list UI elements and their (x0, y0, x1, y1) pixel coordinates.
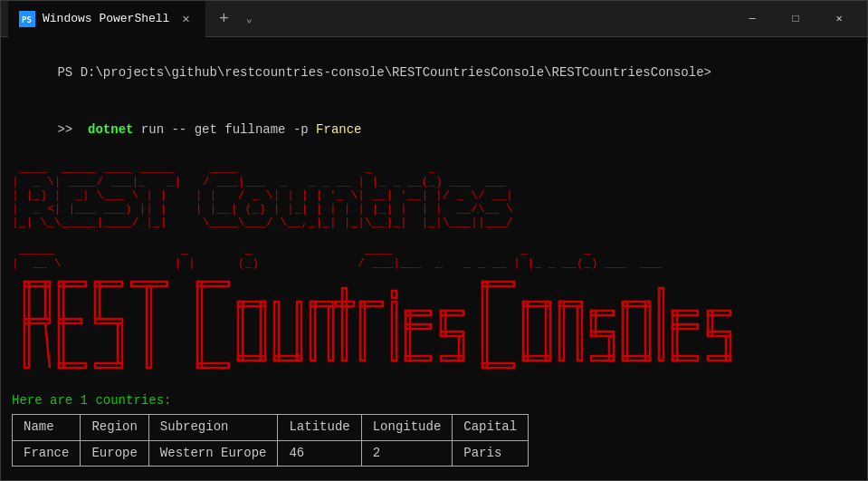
svg-rect-55 (577, 306, 582, 361)
command-run: run -- get fullname (133, 122, 292, 137)
svg-rect-47 (482, 282, 487, 368)
svg-rect-14 (118, 323, 122, 363)
command-flag: -p (293, 122, 309, 137)
cell-name: France (13, 440, 81, 467)
tab-dropdown-button[interactable]: ⌄ (238, 8, 260, 30)
col-longitude: Longitude (361, 415, 453, 441)
prompt-path-1: PS D:\projects\github\restcountries-cons… (57, 65, 711, 80)
banner-line-1: ____ _____ ____ _____ ____ _ _ (12, 162, 856, 176)
svg-rect-23 (261, 302, 265, 361)
cell-subregion: Western Europe (148, 440, 278, 467)
maximize-button[interactable]: □ (775, 1, 816, 37)
svg-line-6 (45, 323, 50, 368)
banner-line-7: _____ _ _ ____ _ _ (12, 244, 856, 257)
tab-title: Windows PowerShell (43, 12, 169, 25)
banner-line-8: | __ \ | | (_) / ___|___ _ _ _ __ | |_ _… (12, 257, 856, 271)
svg-rect-22 (238, 302, 243, 361)
svg-text:PS: PS (22, 15, 32, 24)
cell-capital: Paris (453, 440, 529, 467)
banner-line-5: |_| \_\_____|____/ |_| \____\___/ \__,_|… (12, 216, 856, 230)
minimize-button[interactable]: ─ (731, 1, 773, 37)
svg-rect-65 (659, 288, 663, 361)
svg-rect-30 (329, 306, 333, 361)
svg-rect-51 (546, 302, 550, 361)
col-region: Region (81, 415, 148, 441)
banner-svg (12, 274, 844, 379)
svg-rect-32 (336, 302, 354, 306)
svg-rect-35 (392, 302, 396, 361)
banner-line-6 (12, 230, 856, 244)
new-tab-button[interactable]: + (209, 5, 238, 34)
svg-rect-36 (392, 291, 396, 298)
svg-rect-25 (274, 302, 279, 361)
banner-line-4: | _ <| |___ ___) || | | |__| (_) | |_| |… (12, 203, 856, 216)
svg-rect-8 (59, 282, 63, 368)
col-latitude: Latitude (278, 415, 361, 441)
window: PS Windows PowerShell ✕ + ⌄ ─ □ ✕ PS D:\… (0, 0, 868, 481)
cell-region: Europe (81, 440, 148, 467)
command-dotnet: dotnet (88, 122, 133, 137)
col-subregion: Subregion (148, 415, 278, 441)
svg-rect-15 (95, 363, 122, 368)
col-name: Name (13, 415, 81, 441)
table-body: France Europe Western Europe 46 2 Paris (13, 440, 529, 467)
results-table: Name Region Subregion Latitude Longitude… (12, 414, 529, 467)
svg-rect-53 (559, 302, 564, 361)
svg-rect-26 (297, 302, 301, 361)
banner-line-2: | _ \| ____/ ___|_ _| / ___|___ _ _ _ __… (12, 176, 856, 189)
command-line: >> dotnet run -- get fullname -p France (12, 101, 856, 159)
ascii-banner: ____ _____ ____ _____ ____ _ _ | _ \| __… (12, 162, 856, 271)
window-controls: ─ □ ✕ (731, 1, 860, 37)
svg-rect-62 (623, 302, 627, 361)
header-row: Name Region Subregion Latitude Longitude… (13, 415, 529, 441)
console-area: PS D:\projects\github\restcountries-cons… (1, 37, 867, 480)
svg-rect-50 (523, 302, 528, 361)
result-header: Here are 1 countries: (12, 391, 856, 410)
prompt-line-1: PS D:\projects\github\restcountries-cons… (12, 44, 856, 101)
table-header: Name Region Subregion Latitude Longitude… (13, 415, 529, 441)
banner-line-3: | |_) | _| \___ \ | | | | / _ \| | | | '… (12, 189, 856, 203)
final-prompt-line: PS D:\projects\github\restcountries-cons… (12, 474, 856, 480)
cell-latitude: 46 (278, 440, 361, 467)
tab-area: PS Windows PowerShell ✕ + ⌄ (8, 1, 731, 37)
svg-rect-3 (24, 282, 29, 368)
svg-rect-63 (645, 302, 650, 361)
svg-rect-67 (672, 311, 677, 361)
table-row: France Europe Western Europe 46 2 Paris (13, 440, 529, 467)
active-tab[interactable]: PS Windows PowerShell ✕ (8, 1, 205, 37)
tab-close-button[interactable]: ✕ (176, 10, 195, 28)
powershell-icon: PS (19, 11, 35, 27)
svg-rect-17 (147, 286, 151, 368)
close-button[interactable]: ✕ (818, 1, 860, 37)
command-space (309, 122, 316, 137)
svg-rect-31 (342, 288, 347, 361)
command-prefix: >> (57, 122, 88, 137)
title-bar: PS Windows PowerShell ✕ + ⌄ ─ □ ✕ (1, 1, 867, 37)
command-value: France (316, 122, 361, 137)
svg-rect-38 (405, 311, 410, 361)
cell-longitude: 2 (361, 440, 453, 467)
svg-rect-33 (360, 302, 365, 361)
svg-rect-28 (310, 302, 315, 361)
col-capital: Capital (453, 415, 529, 441)
svg-rect-19 (197, 282, 202, 368)
banner-large (12, 274, 856, 385)
